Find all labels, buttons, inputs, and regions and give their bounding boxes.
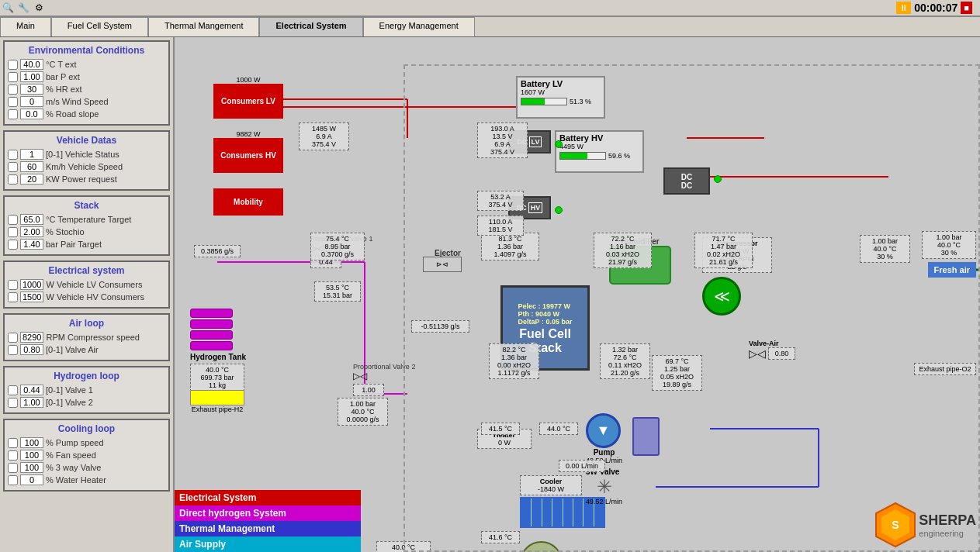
left-panel: Environmental Conditions 40.0 °C T ext 1… [0,37,175,552]
timer-display: 00:00:07 [914,2,957,14]
h2loop-val-0[interactable]: 0.44 [20,385,43,395]
env-val-3[interactable]: 0 [20,96,43,107]
ejector-symbol: ⊳⊲ [423,257,462,272]
tab-energy[interactable]: Energy Management [363,17,475,36]
elec-check-0[interactable] [8,280,18,290]
stack-row-2: 1.40 bar Pair Target [8,239,165,250]
search-icon[interactable]: 🔍 [0,0,16,16]
env-check-0[interactable] [8,60,18,70]
diagram-area: Consumers LV 1000 W Consumers HV 9882 W … [175,37,980,552]
env-val-1[interactable]: 1.00 [20,71,43,82]
cooling-title: Cooling loop [8,423,165,434]
info-node-20: 41.6 °C [481,531,520,543]
h2loop-check-1[interactable] [8,398,18,408]
stack-check-2[interactable] [8,240,18,250]
valve-air-value-box: 0.80 [768,347,795,360]
elec-title: Electrical system [8,265,165,276]
consumers-lv-label: Consumers LV [221,97,275,105]
tools-icon[interactable]: ⚙ [31,0,47,16]
info-node-5: 81.3 °C1.36 bar1.4097 g/s [481,233,539,260]
battery-hv-label: Battery HV [559,133,639,143]
exhaust-o2-label: Exhaust pipe-O2 [916,365,974,373]
h2loop-check-0[interactable] [8,385,18,395]
elec-row-1: 1500 W Vehicle HV Consumers [8,292,165,302]
consumers-hv-power: 9882 W [213,130,283,138]
airloop-check-1[interactable] [8,345,18,355]
info-node-22: 1.00 bar40.0 °C30 % [860,235,910,263]
cooling-val-1[interactable]: 100 [20,450,43,461]
vehicle-val-0[interactable]: 1 [20,149,43,160]
exhaust-o2-info: Exhaust pipe-O2 [914,363,976,375]
env-section: Environmental Conditions 40.0 °C T ext 1… [3,40,170,126]
stack-check-0[interactable] [8,215,18,225]
env-val-0[interactable]: 40.0 [20,59,43,70]
stack-check-1[interactable] [8,227,18,237]
cooling-row-0: 100 % Pump speed [8,437,165,448]
elec-check-1[interactable] [8,292,18,302]
consumers-hv-label: Consumers HV [220,151,276,160]
tab-thermal[interactable]: Thermal Mangement [148,17,260,36]
battery-lv-box: Battery LV 1607 W 51.3 % [516,76,605,119]
fcs-pelec: 19977 W [542,302,570,310]
env-check-4[interactable] [8,109,18,119]
vehicle-check-0[interactable] [8,150,18,160]
status-dot-dcdc [714,175,722,183]
coolant-tank-symbol [632,417,660,456]
vehicle-check-1[interactable] [8,162,18,172]
fan-symbol: ⊛ [520,541,563,552]
vehicle-check-2[interactable] [8,174,18,185]
pump-label: Pump [586,448,622,457]
env-row-0: 40.0 °C T ext [8,59,165,70]
stack-val-0[interactable]: 65.0 [20,214,43,225]
stack-row-1: 2.00 % Stochio [8,226,165,237]
cooling-check-2[interactable] [8,463,18,473]
vehicle-val-2[interactable]: 20 [20,174,43,185]
env-check-3[interactable] [8,97,18,107]
battery-lv-power: 1607 W [521,88,601,96]
vehicle-row-2: 20 KW Power request [8,174,165,185]
info-node-6: 72.2 °C1.16 bar0.03 xH2O21.97 g/s [594,233,652,268]
pump-container: ▼ Pump 49.52 L/min [586,413,622,464]
cooling-val-2[interactable]: 100 [20,462,43,473]
cooler-box: Cooler -1840 W [520,475,582,495]
cooling-check-1[interactable] [8,450,18,461]
stack-val-2[interactable]: 1.40 [20,239,43,250]
sherpa-sub: engineering [919,529,976,538]
info-node-14: -0.51139 g/s [411,320,469,333]
tab-electrical[interactable]: Electrical System [259,17,362,36]
tab-fuelcell[interactable]: Fuel Cell System [51,17,148,36]
env-val-2[interactable]: 30 [20,84,43,95]
airloop-check-0[interactable] [8,333,18,343]
cooling-check-3[interactable] [8,475,18,485]
h-tank-visual [190,309,246,350]
battery-lv-label: Battery LV [521,79,601,88]
fcs-deltap: 0.05 bar [545,318,572,326]
env-check-2[interactable] [8,85,18,95]
stop-icon[interactable]: ■ [961,2,972,14]
h2loop-row-1: 1.00 [0-1] Valve 2 [8,397,165,408]
info-node-12: 1.00 bar40.0 °C0.0000 g/s [338,398,388,426]
env-check-1[interactable] [8,72,18,82]
tab-main[interactable]: Main [0,17,51,36]
elec-val-1[interactable]: 1500 [20,292,43,302]
stack-val-1[interactable]: 2.00 [20,226,43,237]
airloop-val-1[interactable]: 0.80 [20,344,43,355]
legend-area: Electrical System Direct hydrogen System… [175,490,361,552]
vehicle-val-1[interactable]: 60 [20,161,43,172]
sherpa-name: SHERPA [919,512,976,529]
exhaust-h2-container: Exhaust pipe-H2 [190,390,244,413]
vehicle-title: Vehicle Datas [8,135,165,146]
airloop-val-0[interactable]: 8290 [20,332,43,343]
prop-valve2-symbol: ▷◁ [353,371,415,381]
info-node-7: 71.7 °C1.47 bar0.02 xH2O21.61 g/s [694,233,753,268]
cooling-val-3[interactable]: 0 [20,474,43,485]
elec-val-0[interactable]: 1000 [20,279,43,290]
cooling-val-0[interactable]: 100 [20,437,43,448]
settings-icon[interactable]: 🔧 [16,0,31,16]
legend-h2: Direct hydrogen System [175,505,361,521]
cooling-check-0[interactable] [8,438,18,448]
pause-icon[interactable]: ⏸ [896,2,911,14]
h2loop-val-1[interactable]: 1.00 [20,397,43,408]
consumers-lv-power: 1000 W [213,76,283,84]
env-val-4[interactable]: 0.0 [20,109,43,119]
